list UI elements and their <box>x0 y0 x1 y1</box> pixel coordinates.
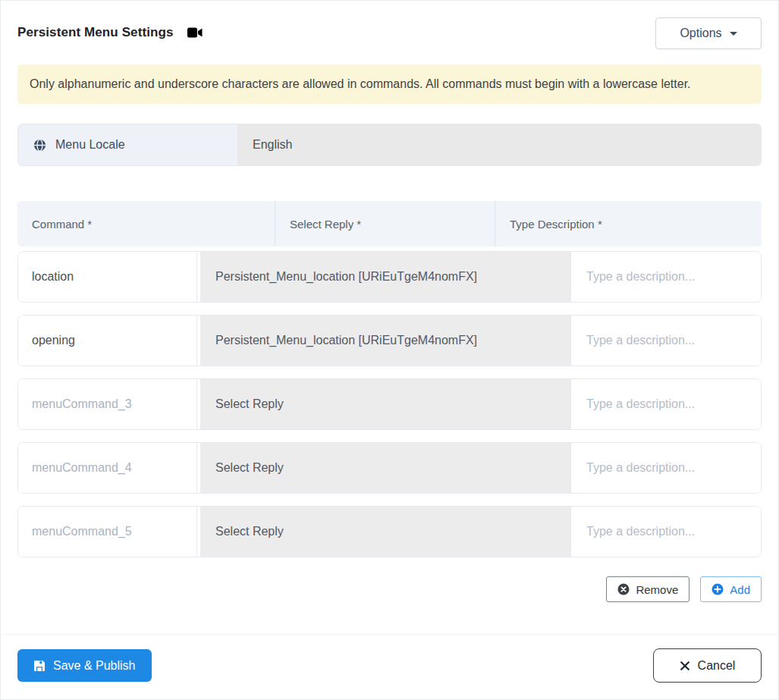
menu-locale-label: Menu Locale <box>17 124 237 166</box>
table-row: Persistent_Menu_location [URiEuTgeM4nomF… <box>17 251 762 303</box>
video-camera-icon[interactable] <box>187 27 203 39</box>
column-header-type-description: Type Description * <box>495 201 762 246</box>
options-button[interactable]: Options <box>655 17 762 49</box>
cancel-button[interactable]: Cancel <box>653 648 762 683</box>
column-header-select-reply: Select Reply * <box>275 201 495 246</box>
remove-row-button[interactable]: Remove <box>606 576 689 602</box>
menu-locale-label-text: Menu Locale <box>55 138 125 152</box>
description-input[interactable] <box>570 252 761 302</box>
select-reply-button[interactable]: Persistent_Menu_location [URiEuTgeM4nomF… <box>200 315 570 366</box>
description-input[interactable] <box>570 379 761 429</box>
cancel-button-label: Cancel <box>698 659 736 673</box>
row-actions: Remove Add <box>17 576 762 602</box>
persistent-menu-settings-panel: Persistent Menu Settings Options Only al… <box>0 0 779 700</box>
table-row: Select Reply <box>17 506 762 557</box>
description-input[interactable] <box>570 443 761 493</box>
select-reply-button[interactable]: Persistent_Menu_location [URiEuTgeM4nomF… <box>200 252 570 302</box>
save-icon <box>33 660 46 672</box>
menu-locale-group: Menu Locale <box>17 124 762 166</box>
command-input[interactable] <box>18 507 197 557</box>
footer-bar: Save & Publish Cancel <box>1 634 778 683</box>
table-row: Select Reply <box>17 442 762 494</box>
table-row: Select Reply <box>17 378 762 430</box>
table-header-row: Command * Select Reply * Type Descriptio… <box>17 201 762 246</box>
add-row-button[interactable]: Add <box>700 576 762 602</box>
globe-icon <box>33 139 46 152</box>
chevron-down-icon <box>730 32 737 36</box>
column-header-command: Command * <box>17 201 275 246</box>
select-reply-button[interactable]: Select Reply <box>200 379 570 429</box>
command-rules-alert: Only alphanumeric and underscore charact… <box>17 64 762 104</box>
command-input[interactable] <box>18 315 197 366</box>
select-reply-button[interactable]: Select Reply <box>200 507 570 557</box>
remove-button-label: Remove <box>636 583 678 596</box>
plus-circle-icon <box>711 583 724 595</box>
alert-text: Only alphanumeric and underscore charact… <box>30 77 691 90</box>
command-input[interactable] <box>18 443 197 493</box>
save-publish-button[interactable]: Save & Publish <box>17 649 152 682</box>
save-publish-label: Save & Publish <box>53 659 136 673</box>
command-input[interactable] <box>18 252 197 302</box>
select-reply-button[interactable]: Select Reply <box>200 443 570 493</box>
page-title: Persistent Menu Settings <box>17 25 174 40</box>
description-input[interactable] <box>570 315 761 366</box>
options-button-label: Options <box>680 27 721 40</box>
menu-locale-value-field[interactable] <box>237 124 762 166</box>
table-row: Persistent_Menu_location [URiEuTgeM4nomF… <box>17 315 762 366</box>
x-icon <box>680 661 690 671</box>
top-bar: Persistent Menu Settings Options <box>17 17 762 49</box>
command-input[interactable] <box>18 379 197 429</box>
add-button-label: Add <box>730 583 750 596</box>
x-circle-icon <box>617 583 630 595</box>
description-input[interactable] <box>570 507 761 557</box>
